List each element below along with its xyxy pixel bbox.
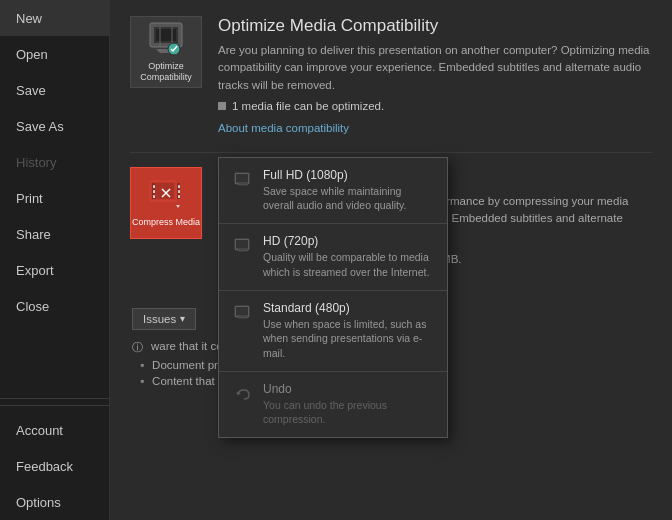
- sidebar-item-label: Save As: [16, 119, 64, 134]
- sidebar-item-share[interactable]: Share: [0, 216, 109, 252]
- issues-label: Issues: [143, 313, 176, 325]
- sidebar-item-feedback[interactable]: Feedback: [0, 448, 109, 484]
- compress-icon: [148, 177, 184, 213]
- issues-chevron: ▾: [180, 313, 185, 324]
- svg-rect-12: [153, 195, 155, 198]
- sidebar-item-label: New: [16, 11, 42, 26]
- dropdown-item-undo: Undo You can undo the previous compressi…: [219, 372, 447, 437]
- compress-icon-box[interactable]: Compress Media: [130, 167, 202, 239]
- sidebar-item-label: History: [16, 155, 56, 170]
- standard-480-desc: Use when space is limited, such as when …: [263, 317, 433, 361]
- optimize-description: Are you planning to deliver this present…: [218, 42, 652, 94]
- main-content: Optimize Compatibility Optimize Media Co…: [110, 0, 672, 520]
- sidebar-item-close[interactable]: Close: [0, 288, 109, 324]
- undo-text: Undo You can undo the previous compressi…: [263, 382, 433, 427]
- section-divider: [130, 152, 652, 153]
- sidebar-item-save-as[interactable]: Save As: [0, 108, 109, 144]
- hd-720-text: HD (720p) Quality will be comparable to …: [263, 234, 433, 279]
- full-hd-icon: [233, 170, 253, 190]
- bullet-icon-1: ▪: [140, 359, 144, 371]
- optimize-title: Optimize Media Compatibility: [218, 16, 652, 36]
- sidebar-item-options[interactable]: Options: [0, 484, 109, 520]
- sidebar-item-label: Close: [16, 299, 49, 314]
- about-media-compatibility-link[interactable]: About media compatibility: [218, 122, 349, 134]
- svg-rect-10: [153, 185, 155, 188]
- optimize-section: Optimize Compatibility Optimize Media Co…: [130, 16, 652, 136]
- optimize-highlight-text: 1 media file can be optimized.: [232, 100, 384, 112]
- sidebar-item-label: Share: [16, 227, 51, 242]
- svg-rect-2: [156, 29, 176, 41]
- standard-480-text: Standard (480p) Use when space is limite…: [263, 301, 433, 361]
- sidebar-item-label: Export: [16, 263, 54, 278]
- hd-720-icon: [233, 236, 253, 256]
- undo-icon: [233, 384, 253, 404]
- bullet-icon: [218, 102, 226, 110]
- dropdown-item-standard-480[interactable]: Standard (480p) Use when space is limite…: [219, 291, 447, 371]
- sidebar-item-new[interactable]: New: [0, 0, 109, 36]
- sidebar-item-label: Open: [16, 47, 48, 62]
- dropdown-item-full-hd[interactable]: Full HD (1080p) Save space while maintai…: [219, 158, 447, 223]
- full-hd-text: Full HD (1080p) Save space while maintai…: [263, 168, 433, 213]
- sidebar-item-label: Feedback: [16, 459, 73, 474]
- svg-rect-17: [236, 174, 248, 183]
- optimize-icon-label: Optimize Compatibility: [131, 61, 201, 83]
- optimize-icon-box: Optimize Compatibility: [130, 16, 202, 88]
- svg-rect-11: [153, 190, 155, 193]
- dropdown-item-hd-720[interactable]: HD (720p) Quality will be comparable to …: [219, 224, 447, 289]
- issues-button[interactable]: Issues ▾: [132, 308, 196, 330]
- standard-480-icon: [233, 303, 253, 323]
- sidebar-item-label: Account: [16, 423, 63, 438]
- svg-rect-14: [178, 190, 180, 193]
- svg-rect-19: [236, 240, 248, 249]
- sidebar-item-label: Options: [16, 495, 61, 510]
- full-hd-desc: Save space while maintaining overall aud…: [263, 184, 433, 213]
- compress-dropdown-menu: Full HD (1080p) Save space while maintai…: [218, 157, 448, 438]
- optimize-content: Optimize Media Compatibility Are you pla…: [218, 16, 652, 136]
- compress-section: Compress Media Media Size and Performanc…: [130, 167, 652, 292]
- bullet-icon-2: ▪: [140, 375, 144, 387]
- sidebar-item-print[interactable]: Print: [0, 180, 109, 216]
- warning-icon: ⓘ: [132, 340, 143, 355]
- full-hd-title: Full HD (1080p): [263, 168, 433, 182]
- sidebar: New Open Save Save As History Print Shar…: [0, 0, 110, 520]
- sidebar-item-history: History: [0, 144, 109, 180]
- sidebar-item-export[interactable]: Export: [0, 252, 109, 288]
- svg-rect-21: [236, 307, 248, 316]
- svg-rect-13: [178, 185, 180, 188]
- sidebar-item-account[interactable]: Account: [0, 412, 109, 448]
- undo-title: Undo: [263, 382, 433, 396]
- undo-desc: You can undo the previous compression.: [263, 398, 433, 427]
- sidebar-item-label: Print: [16, 191, 43, 206]
- sidebar-item-label: Save: [16, 83, 46, 98]
- hd-720-desc: Quality will be comparable to media whic…: [263, 250, 433, 279]
- sidebar-item-open[interactable]: Open: [0, 36, 109, 72]
- svg-rect-15: [178, 195, 180, 198]
- optimize-highlight: 1 media file can be optimized.: [218, 100, 652, 112]
- standard-480-title: Standard (480p): [263, 301, 433, 315]
- compress-icon-label: Compress Media: [132, 217, 200, 228]
- hd-720-title: HD (720p): [263, 234, 433, 248]
- optimize-icon: [148, 21, 184, 57]
- sidebar-item-save[interactable]: Save: [0, 72, 109, 108]
